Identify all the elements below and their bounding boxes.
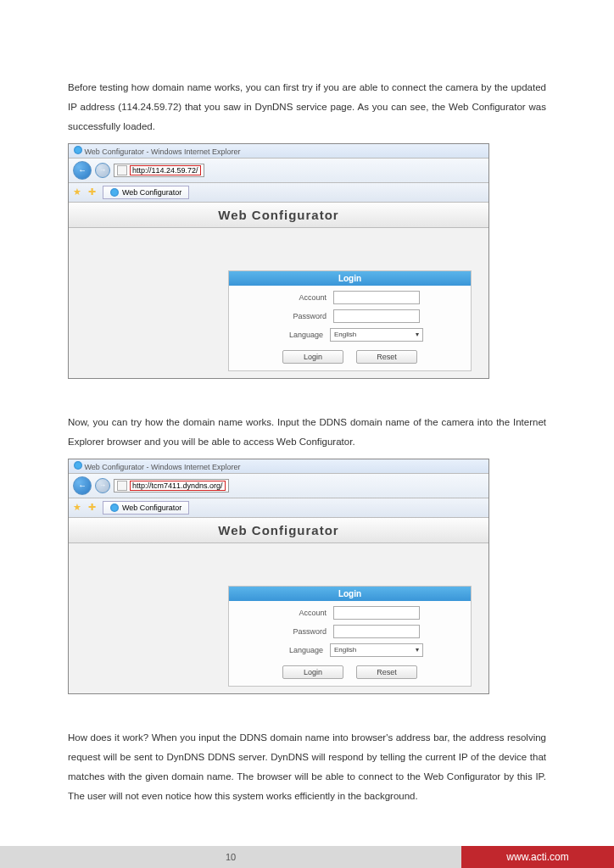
- address-bar[interactable]: http://114.24.59.72/: [114, 164, 204, 177]
- login-button[interactable]: Login: [282, 350, 343, 364]
- page-header: Web Configurator: [69, 203, 488, 228]
- back-button-icon[interactable]: ←: [73, 476, 92, 495]
- favorites-star-icon[interactable]: ★: [73, 502, 81, 513]
- login-title: Login: [229, 587, 471, 601]
- language-select[interactable]: English ▾: [330, 643, 423, 657]
- footer-site: www.acti.com: [461, 846, 614, 868]
- button-row: Login Reset: [229, 350, 471, 364]
- screenshot-ip-access: Web Configurator - Windows Internet Expl…: [68, 143, 489, 379]
- forward-button-icon[interactable]: →: [95, 163, 110, 178]
- tab-bar: ★ ✚ Web Configurator: [69, 498, 488, 518]
- screenshot-ddns-access: Web Configurator - Windows Internet Expl…: [68, 459, 489, 694]
- browser-tab[interactable]: Web Configurator: [103, 186, 189, 199]
- language-row: Language English ▾: [229, 328, 471, 342]
- window-title: Web Configurator - Windows Internet Expl…: [69, 459, 488, 474]
- account-input[interactable]: [333, 291, 420, 304]
- button-row: Login Reset: [229, 665, 471, 679]
- window-title-text: Web Configurator - Windows Internet Expl…: [85, 147, 241, 156]
- password-label: Password: [280, 312, 327, 320]
- account-input[interactable]: [333, 606, 420, 620]
- page-icon: [117, 481, 127, 491]
- language-value: English: [334, 331, 356, 338]
- password-input[interactable]: [333, 309, 420, 323]
- forward-button-icon[interactable]: →: [95, 478, 110, 493]
- window-title: Web Configurator - Windows Internet Expl…: [69, 144, 488, 159]
- paragraph-1: Before testing how domain name works, yo…: [68, 78, 546, 136]
- window-title-text: Web Configurator - Windows Internet Expl…: [85, 463, 241, 471]
- browser-toolbar: ← → http://114.24.59.72/: [69, 159, 488, 183]
- account-label: Account: [280, 609, 327, 617]
- reset-button[interactable]: Reset: [356, 350, 417, 364]
- address-bar[interactable]: http://tcm7411.dyndns.org/: [114, 479, 229, 492]
- password-row: Password: [229, 625, 471, 638]
- page-viewport: Web Configurator Login Account Password …: [69, 518, 488, 693]
- language-label: Language: [276, 331, 323, 339]
- login-title: Login: [229, 271, 471, 286]
- back-button-icon[interactable]: ←: [73, 161, 92, 180]
- tab-label: Web Configurator: [122, 504, 181, 512]
- login-area: Login Account Password Language English …: [69, 543, 488, 693]
- page-number: 10: [0, 846, 461, 868]
- password-row: Password: [229, 309, 471, 323]
- url-highlight: http://114.24.59.72/: [130, 165, 201, 175]
- page-viewport: Web Configurator Login Account Password …: [69, 203, 488, 378]
- url-text: http://114.24.59.72/: [132, 166, 198, 175]
- ie-logo-icon: [74, 146, 82, 154]
- paragraph-3: How does it work? When you input the DDN…: [68, 728, 546, 806]
- page-icon: [117, 165, 127, 175]
- tab-favicon-icon: [110, 188, 119, 197]
- tab-bar: ★ ✚ Web Configurator: [69, 183, 488, 203]
- chevron-down-icon: ▾: [416, 331, 419, 338]
- login-panel: Login Account Password Language English …: [228, 270, 472, 371]
- page-footer: 10 www.acti.com: [0, 846, 614, 868]
- login-area: Login Account Password Language English …: [69, 228, 488, 378]
- language-select[interactable]: English ▾: [330, 328, 423, 342]
- browser-tab[interactable]: Web Configurator: [103, 501, 189, 515]
- language-label: Language: [276, 646, 323, 654]
- account-row: Account: [229, 291, 471, 304]
- tab-label: Web Configurator: [122, 188, 181, 197]
- reset-button[interactable]: Reset: [356, 665, 417, 679]
- add-favorites-icon[interactable]: ✚: [88, 186, 96, 198]
- paragraph-2: Now, you can try how the domain name wor…: [68, 413, 546, 452]
- password-input[interactable]: [333, 625, 420, 638]
- login-panel: Login Account Password Language English …: [228, 586, 472, 687]
- url-highlight: http://tcm7411.dyndns.org/: [130, 481, 226, 491]
- add-favorites-icon[interactable]: ✚: [88, 502, 96, 513]
- login-button[interactable]: Login: [282, 665, 343, 679]
- password-label: Password: [280, 627, 327, 636]
- language-value: English: [334, 646, 356, 654]
- url-text: http://tcm7411.dyndns.org/: [132, 481, 223, 490]
- tab-favicon-icon: [110, 504, 119, 512]
- chevron-down-icon: ▾: [416, 646, 419, 654]
- browser-toolbar: ← → http://tcm7411.dyndns.org/: [69, 474, 488, 498]
- account-row: Account: [229, 606, 471, 620]
- document-page: Before testing how domain name works, yo…: [0, 0, 614, 868]
- favorites-star-icon[interactable]: ★: [73, 186, 81, 198]
- account-label: Account: [280, 293, 327, 302]
- language-row: Language English ▾: [229, 643, 471, 657]
- page-header: Web Configurator: [69, 518, 488, 543]
- ie-logo-icon: [74, 461, 82, 470]
